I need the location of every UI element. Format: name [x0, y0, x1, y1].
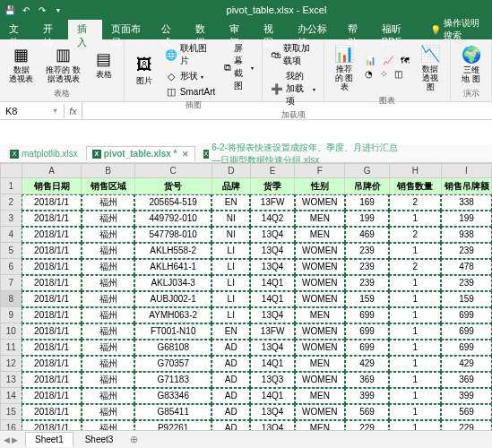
data-cell[interactable]: 福州	[82, 243, 134, 259]
column-header[interactable]: F	[295, 164, 345, 178]
data-cell[interactable]: 13Q4	[250, 227, 295, 243]
data-cell[interactable]: 239	[345, 275, 390, 291]
data-cell[interactable]: WOMEN	[295, 372, 345, 388]
tab-officetab[interactable]: 办公标签	[289, 20, 339, 39]
data-cell[interactable]: 159	[441, 291, 491, 307]
data-cell[interactable]: 2018/1/1	[22, 259, 82, 275]
data-cell[interactable]: 205654-519	[134, 194, 211, 211]
data-cell[interactable]: MEN	[295, 388, 345, 404]
data-cell[interactable]: LI	[211, 259, 250, 275]
data-cell[interactable]: AD	[211, 388, 250, 404]
data-cell[interactable]: 13Q4	[250, 243, 295, 259]
data-cell[interactable]: 159	[345, 291, 390, 307]
data-cell[interactable]: EN	[211, 323, 250, 340]
save-icon[interactable]: 💾	[4, 4, 16, 16]
data-cell[interactable]: 469	[345, 227, 390, 243]
data-cell[interactable]: AUBJ002-1	[134, 291, 211, 307]
header-cell[interactable]: 吊牌价	[345, 178, 390, 194]
data-cell[interactable]: AD	[211, 356, 250, 372]
data-cell[interactable]: LI	[211, 291, 250, 307]
data-cell[interactable]: 1	[389, 340, 441, 356]
data-cell[interactable]: 1	[389, 323, 441, 340]
chart-type-1-button[interactable]: 📊	[362, 55, 378, 66]
tell-me-search[interactable]: 💡操作说明搜索	[423, 20, 492, 39]
data-cell[interactable]: 1	[389, 211, 441, 227]
data-cell[interactable]: 449792-010	[134, 211, 211, 227]
chart-type-2-button[interactable]: 📈	[380, 55, 396, 66]
column-header[interactable]: G	[345, 164, 390, 178]
row-header[interactable]: 3	[1, 211, 22, 227]
data-cell[interactable]: 2018/1/1	[22, 291, 82, 307]
data-cell[interactable]: 699	[441, 323, 491, 340]
data-cell[interactable]: 569	[441, 404, 491, 420]
data-cell[interactable]: 399	[441, 388, 491, 404]
data-cell[interactable]: 福州	[82, 356, 134, 372]
data-cell[interactable]: AYMH063-2	[134, 307, 211, 323]
data-cell[interactable]: G68108	[134, 340, 211, 356]
data-cell[interactable]: 2018/1/1	[22, 404, 82, 420]
data-cell[interactable]: 福州	[82, 259, 134, 275]
data-cell[interactable]: WOMEN	[295, 194, 345, 211]
data-cell[interactable]: 福州	[82, 307, 134, 323]
data-cell[interactable]: 福州	[82, 340, 134, 356]
data-cell[interactable]: 699	[345, 340, 390, 356]
data-cell[interactable]: 14Q1	[250, 291, 295, 307]
data-cell[interactable]: 239	[441, 275, 491, 291]
data-cell[interactable]: 福州	[82, 404, 134, 420]
data-cell[interactable]: 2018/1/1	[22, 211, 82, 227]
data-cell[interactable]: 699	[345, 307, 390, 323]
data-cell[interactable]: 169	[345, 194, 390, 211]
tab-help[interactable]: 帮助	[339, 20, 373, 39]
data-cell[interactable]: 1	[389, 291, 441, 307]
column-header[interactable]: D	[211, 164, 250, 178]
pivotchart-button[interactable]: 📉数据透视图	[416, 41, 445, 94]
formula-bar[interactable]	[82, 109, 492, 113]
data-cell[interactable]: 199	[441, 211, 491, 227]
data-cell[interactable]: 1	[389, 307, 441, 323]
data-cell[interactable]: 1	[389, 388, 441, 404]
table-button[interactable]: ▤表格	[90, 47, 118, 82]
row-header[interactable]: 12	[1, 356, 22, 372]
row-header[interactable]: 8	[1, 291, 22, 307]
header-cell[interactable]: 性别	[295, 178, 345, 194]
data-cell[interactable]: WOMEN	[295, 323, 345, 340]
data-cell[interactable]: FT001-N10	[134, 323, 211, 340]
pictures-button[interactable]: 🖼图片	[130, 53, 159, 88]
tab-pagelayout[interactable]: 页面布局	[102, 20, 152, 39]
data-cell[interactable]: 2018/1/1	[22, 388, 82, 404]
data-cell[interactable]: 福州	[82, 194, 134, 211]
data-cell[interactable]: LI	[211, 275, 250, 291]
data-cell[interactable]: 1	[389, 243, 441, 259]
data-cell[interactable]: 福州	[82, 372, 134, 388]
name-box[interactable]: K8▼	[0, 104, 65, 118]
tab-foxit[interactable]: 福昕PDF	[373, 20, 423, 39]
data-cell[interactable]: 福州	[82, 388, 134, 404]
chart-type-6-button[interactable]: ◫	[392, 68, 405, 80]
data-cell[interactable]: MEN	[295, 227, 345, 243]
data-cell[interactable]: 13Q4	[250, 340, 295, 356]
row-header[interactable]: 10	[1, 323, 22, 340]
nav-prev-icon[interactable]: ◀	[4, 435, 10, 444]
add-sheet-button[interactable]: ⊕	[125, 434, 143, 445]
data-cell[interactable]: AD	[211, 372, 250, 388]
sheet-nav[interactable]: ◀▶	[4, 435, 18, 444]
recommended-charts-button[interactable]: 📊推荐的 图表	[330, 41, 358, 94]
chart-type-3-button[interactable]: 🗺	[398, 55, 412, 66]
data-cell[interactable]: 429	[345, 356, 390, 372]
data-cell[interactable]: 2018/1/1	[22, 194, 82, 211]
close-tab-icon[interactable]: ✕	[182, 150, 189, 159]
data-cell[interactable]: 239	[345, 259, 390, 275]
header-cell[interactable]: 货季	[250, 178, 295, 194]
header-cell[interactable]: 货号	[134, 178, 211, 194]
tab-formulas[interactable]: 公式	[152, 20, 186, 39]
header-cell[interactable]: 品牌	[211, 178, 250, 194]
data-cell[interactable]: EN	[211, 194, 250, 211]
my-addins-button[interactable]: ➕我的加载项▾	[268, 69, 318, 108]
data-cell[interactable]: 239	[345, 243, 390, 259]
data-cell[interactable]: 14Q2	[250, 211, 295, 227]
data-cell[interactable]: AKLH641-1	[134, 259, 211, 275]
redo-icon[interactable]: ↷	[36, 4, 48, 16]
data-cell[interactable]: 2018/1/1	[22, 227, 82, 243]
data-cell[interactable]: 13Q4	[250, 307, 295, 323]
data-cell[interactable]: 478	[441, 259, 491, 275]
